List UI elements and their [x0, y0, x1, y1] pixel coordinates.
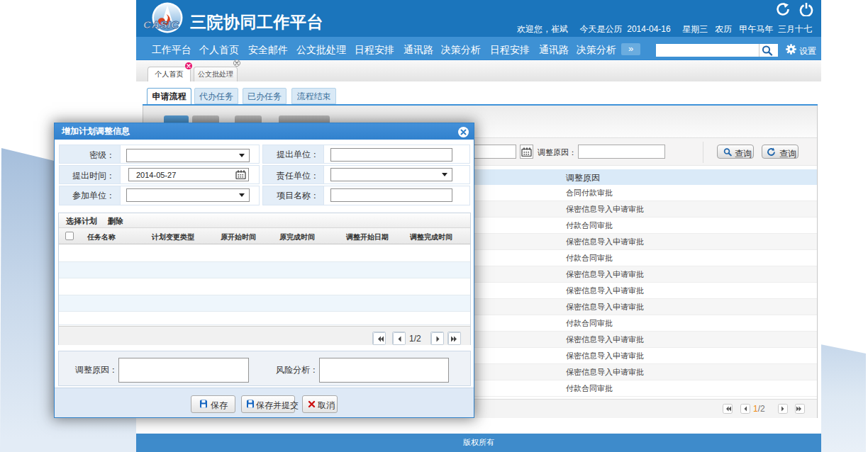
svg-text:CASIC: CASIC [143, 18, 179, 30]
